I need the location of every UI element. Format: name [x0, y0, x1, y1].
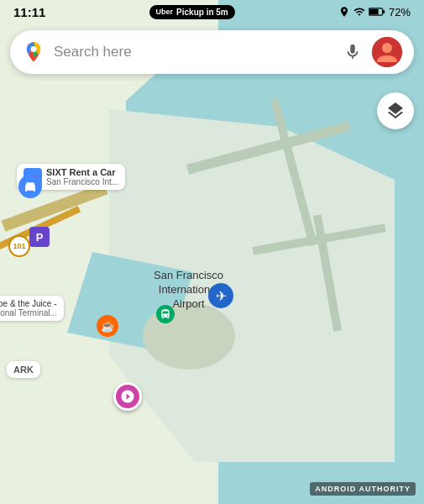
svg-rect-2	[369, 9, 379, 15]
battery-percent: 72%	[389, 6, 411, 18]
uber-logo: Uber	[156, 8, 174, 16]
search-placeholder: Search here	[54, 44, 333, 60]
google-maps-icon	[22, 40, 45, 64]
sixt-pin[interactable]	[18, 175, 42, 198]
parking-label: P	[36, 231, 44, 244]
status-icons	[338, 6, 385, 18]
uber-badge[interactable]: Uber Pickup in 5m	[149, 5, 235, 19]
mic-icon	[343, 43, 362, 61]
activity-pin[interactable]	[113, 382, 142, 411]
svg-rect-1	[383, 10, 385, 13]
juice-label[interactable]: oe & the Juice - ional Terminal...	[0, 296, 64, 321]
location-icon	[338, 6, 350, 18]
user-avatar[interactable]	[372, 37, 402, 67]
layers-button[interactable]	[377, 92, 414, 129]
status-right-icons: 72%	[338, 6, 411, 18]
svg-point-3	[31, 46, 37, 52]
search-bar[interactable]: Search here	[10, 30, 414, 74]
map-background[interactable]	[0, 0, 424, 504]
airport-pin[interactable]: ✈	[208, 283, 233, 308]
layers-icon	[385, 101, 406, 121]
battery-icon	[369, 6, 385, 18]
sixt-text: SIXT Rent a Car San Francisco Int...	[46, 167, 118, 186]
activity-icon	[120, 389, 135, 404]
ark-label[interactable]: ARK	[7, 361, 40, 378]
status-time: 11:11	[13, 5, 45, 19]
android-authority-watermark: ANDROID AUTHORITY	[310, 482, 416, 496]
uber-notification[interactable]: Uber Pickup in 5m	[149, 5, 235, 19]
juice-text: oe & the Juice - ional Terminal...	[0, 299, 57, 318]
juice-pin[interactable]: ☕	[97, 315, 118, 337]
status-bar: 11:11 Uber Pickup in 5m 72%	[0, 0, 424, 24]
avatar-image	[372, 37, 402, 67]
wifi-icon	[353, 6, 366, 18]
transit-pin[interactable]	[156, 305, 175, 323]
car-icon	[24, 180, 37, 193]
svg-point-5	[382, 43, 392, 53]
parking-pin[interactable]: P	[29, 227, 50, 247]
transit-icon	[160, 308, 171, 320]
ark-text: ARK	[13, 365, 34, 375]
mic-button[interactable]	[342, 41, 364, 63]
highway-101-badge[interactable]: 101	[8, 235, 30, 257]
highway-label: 101	[13, 242, 25, 250]
uber-label: Pickup in 5m	[176, 8, 228, 17]
